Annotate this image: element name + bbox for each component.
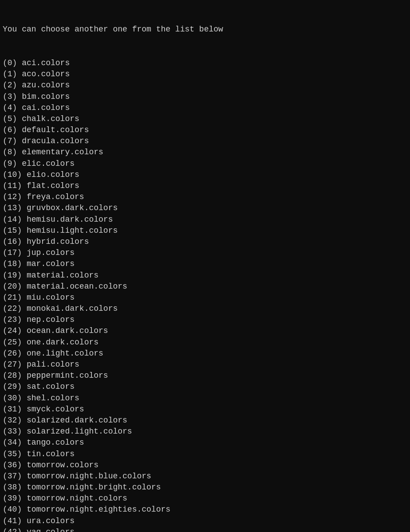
list-item: (6) default.colors [3,125,407,136]
list-item: (36) tomorrow.colors [3,460,407,471]
list-item: (23) nep.colors [3,314,407,325]
list-item: (21) miu.colors [3,292,407,303]
list-item: (29) sat.colors [3,381,407,392]
list-item: (1) aco.colors [3,69,407,80]
list-item: (13) gruvbox.dark.colors [3,203,407,214]
list-item: (11) flat.colors [3,180,407,192]
list-item: (32) solarized.dark.colors [3,415,407,426]
list-item: (4) cai.colors [3,102,407,113]
list-item: (37) tomorrow.night.blue.colors [3,471,407,482]
list-item: (31) smyck.colors [3,404,407,415]
list-item: (25) one.dark.colors [3,337,407,348]
list-item: (38) tomorrow.night.bright.colors [3,482,407,493]
terminal-window: You can choose another one from the list… [3,2,407,532]
list-item: (14) hemisu.dark.colors [3,214,407,225]
list-item: (8) elementary.colors [3,147,407,158]
list-item: (27) pali.colors [3,359,407,370]
list-item: (35) tin.colors [3,449,407,460]
list-item: (16) hybrid.colors [3,236,407,247]
list-item: (18) mar.colors [3,258,407,270]
list-item: (39) tomorrow.night.colors [3,493,407,504]
list-item: (0) aci.colors [3,58,407,69]
list-item: (40) tomorrow.night.eighties.colors [3,504,407,515]
list-item: (30) shel.colors [3,393,407,404]
list-item: (41) ura.colors [3,516,407,527]
list-item: (9) elic.colors [3,158,407,169]
list-item: (22) monokai.dark.colors [3,303,407,314]
list-item: (15) hemisu.light.colors [3,225,407,236]
list-item: (34) tango.colors [3,437,407,448]
list-item: (33) solarized.light.colors [3,426,407,437]
list-item: (2) azu.colors [3,80,407,91]
list-item: (26) one.light.colors [3,348,407,359]
list-item: (19) material.colors [3,270,407,281]
list-item: (7) dracula.colors [3,136,407,147]
list-item: (10) elio.colors [3,169,407,180]
header-line: You can choose another one from the list… [3,24,407,35]
list-item: (5) chalk.colors [3,113,407,125]
list-item: (24) ocean.dark.colors [3,325,407,336]
list-item: (17) jup.colors [3,247,407,258]
color-list: (0) aci.colors(1) aco.colors(2) azu.colo… [3,58,407,532]
list-item: (12) freya.colors [3,192,407,203]
list-item: (42) vag.colors [3,527,407,532]
list-item: (20) material.ocean.colors [3,281,407,292]
list-item: (28) peppermint.colors [3,370,407,381]
list-item: (3) bim.colors [3,91,407,102]
